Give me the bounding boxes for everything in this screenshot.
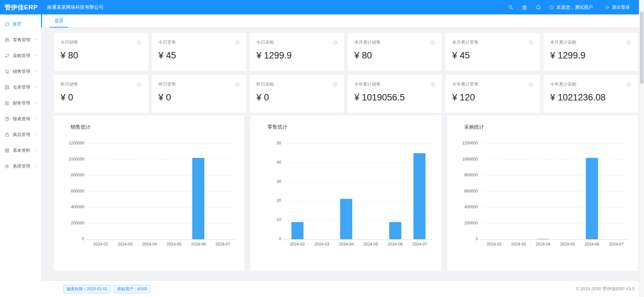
- chart-title: 销售统计: [54, 115, 244, 130]
- stat-card: 今年累计零售¥ 120: [445, 75, 540, 113]
- x-axis-label: 2024-03: [506, 242, 531, 247]
- charts-row: 销售统计020000040000060000080000010000001200…: [54, 115, 638, 271]
- sidebar-item-finance[interactable]: 财务管理: [0, 95, 41, 111]
- stat-card-value: ¥ 0: [256, 92, 337, 103]
- licensed-users-badge[interactable]: 授权用户：8/100: [114, 285, 151, 293]
- bar-slot: [285, 143, 310, 239]
- y-axis-label: 1000000: [462, 157, 478, 162]
- bar: [537, 239, 549, 239]
- sidebar-item-basic-data[interactable]: 基本资料: [0, 142, 41, 158]
- chevron-down-icon: [34, 101, 38, 105]
- sidebar-item-home[interactable]: 首页: [0, 16, 41, 32]
- x-axis-label: 2024-04: [531, 242, 555, 247]
- info-icon[interactable]: [430, 40, 435, 45]
- x-axis-label: 2024-05: [162, 242, 186, 247]
- sidebar-item-system[interactable]: 系统管理: [0, 158, 41, 174]
- stat-card-header: 本月累计销售: [354, 39, 435, 45]
- bar-slot: [113, 143, 137, 239]
- welcome-user[interactable]: 欢迎您，测试用户: [549, 4, 593, 10]
- chart-panel: 销售统计020000040000060000080000010000001200…: [54, 115, 244, 271]
- info-icon[interactable]: [528, 40, 533, 45]
- tab-home[interactable]: 首页: [54, 14, 64, 27]
- y-axis-label: 400000: [71, 205, 84, 209]
- bar: [291, 222, 304, 239]
- chevron-down-icon: [34, 54, 38, 57]
- sidebar-item-retail[interactable]: 零售管理: [0, 32, 41, 48]
- stat-card-label: 本月累计采购: [550, 39, 576, 45]
- stat-card: 本月累计销售¥ 80: [348, 33, 442, 71]
- chevron-down-icon: [34, 164, 38, 168]
- chart-panel: 零售统计010203040502024-022024-032024-042024…: [250, 115, 441, 271]
- y-axis-label: 200000: [71, 221, 84, 225]
- tab-label: 首页: [54, 18, 64, 24]
- stat-card: 本月累计零售¥ 45: [445, 33, 540, 71]
- info-icon[interactable]: [430, 82, 435, 87]
- x-axis-line: [283, 239, 432, 240]
- stat-card: 今日销售¥ 80: [54, 33, 148, 71]
- stat-cards-grid: 今日销售¥ 80今日零售¥ 45今日采购¥ 1299.9本月累计销售¥ 80本月…: [54, 33, 638, 113]
- bars-layer: [482, 143, 629, 239]
- info-icon[interactable]: [332, 40, 337, 45]
- bell-icon[interactable]: [535, 4, 541, 10]
- sidebar-item-reports[interactable]: 报表查询: [0, 111, 41, 127]
- bank-icon[interactable]: [522, 4, 527, 10]
- info-icon[interactable]: [626, 82, 631, 87]
- welcome-text: 欢迎您，测试用户: [557, 4, 593, 10]
- info-icon[interactable]: [626, 40, 631, 45]
- stat-card-label: 昨日采购: [256, 81, 274, 87]
- service-expiry-badge[interactable]: 服务到期：2025-01-01: [63, 285, 111, 293]
- sidebar-item-warehouse[interactable]: 仓库管理: [0, 79, 41, 95]
- scrollbar-thumb[interactable]: [640, 11, 643, 84]
- chart-title: 零售统计: [250, 115, 441, 130]
- y-axis-label: 1000000: [69, 157, 84, 162]
- clock-icon: [549, 5, 554, 10]
- stat-card: 本月累计采购¥ 1299.9: [544, 33, 638, 71]
- sidebar-item-label: 系统管理: [13, 163, 30, 169]
- info-icon[interactable]: [235, 82, 240, 87]
- bar: [389, 222, 401, 239]
- y-axis-label: 0: [82, 237, 84, 241]
- scrollbar[interactable]: [639, 0, 644, 297]
- stat-card-label: 昨日销售: [61, 81, 78, 87]
- stat-card-label: 本月累计零售: [452, 39, 478, 45]
- info-icon[interactable]: [528, 82, 533, 87]
- bar-slot: [310, 143, 334, 239]
- chevron-down-icon: [34, 133, 38, 136]
- stat-card-header: 本月累计采购: [550, 39, 631, 45]
- bar-slot: [482, 143, 507, 239]
- sidebar-item-goods[interactable]: 商品管理: [0, 127, 41, 142]
- sidebar-item-label: 销售管理: [13, 69, 30, 75]
- search-icon[interactable]: [508, 4, 514, 10]
- sidebar-item-label: 采购管理: [13, 53, 30, 59]
- logout-button[interactable]: 退出登录: [604, 4, 630, 10]
- y-axis-label: 400000: [465, 205, 478, 209]
- info-icon[interactable]: [235, 40, 240, 45]
- company-name: 南通某某网络科技有限公司: [47, 4, 104, 10]
- logout-text: 退出登录: [612, 4, 630, 10]
- sidebar-item-purchase[interactable]: 采购管理: [0, 48, 41, 63]
- footer-bar: 服务到期：2025-01-01 授权用户：8/100 © 2015-2030 管…: [41, 281, 644, 297]
- info-icon[interactable]: [332, 82, 337, 87]
- y-axis-label: 10: [277, 217, 281, 222]
- x-axis-label: 2024-06: [186, 242, 211, 247]
- bars-layer: [285, 143, 432, 239]
- info-icon[interactable]: [136, 82, 142, 87]
- stat-card-label: 今年累计采购: [550, 81, 576, 87]
- chart-plot-area: 020000040000060000080000010000001200000: [482, 143, 629, 239]
- stat-card-value: ¥ 1299.9: [550, 50, 631, 61]
- tab-bar: 首页: [41, 14, 644, 28]
- app-logo[interactable]: 管伊佳ERP: [0, 3, 41, 12]
- chevron-down-icon: [34, 38, 38, 42]
- sidebar-item-label: 基本资料: [13, 147, 30, 154]
- stat-card-header: 本月累计零售: [452, 39, 533, 45]
- bar-slot: [211, 143, 235, 239]
- y-axis-label: 40: [277, 160, 281, 165]
- bar-slot: [186, 143, 211, 239]
- stat-card: 今年累计采购¥ 1021236.08: [544, 75, 638, 113]
- stat-card-value: ¥ 0: [158, 92, 239, 103]
- x-axis-label: 2024-02: [88, 242, 113, 247]
- info-icon[interactable]: [136, 40, 142, 45]
- stat-card-label: 今日采购: [256, 39, 274, 45]
- sidebar-item-label: 仓库管理: [13, 84, 30, 90]
- sidebar-item-sales[interactable]: 销售管理: [0, 63, 41, 79]
